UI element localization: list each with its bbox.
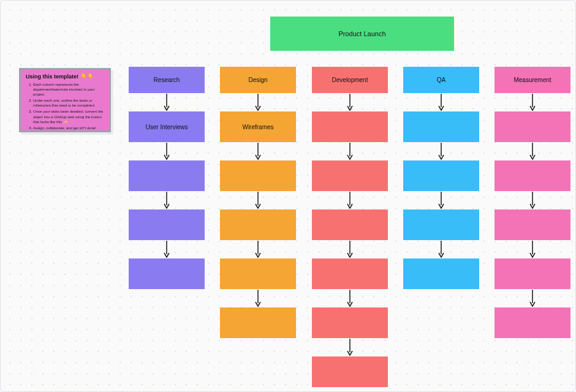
arrow-down-icon [529,240,536,258]
arrow-down-icon [529,93,536,111]
task-card[interactable] [495,258,570,289]
column-measurement: Measurement [495,67,570,338]
task-card[interactable] [403,258,479,289]
arrow-down-icon [346,289,354,307]
column-header-development[interactable]: Development [312,67,388,93]
task-label: Wireframes [242,124,273,130]
header-title: Product Launch [338,30,385,37]
task-card[interactable] [312,258,388,289]
sticky-title: Using this template! 👇👇 [26,74,104,80]
task-card[interactable] [220,307,296,338]
sticky-item: Each column represents the department/te… [33,82,104,97]
task-card[interactable] [495,209,570,240]
column-research: ResearchUser Interviews [129,67,205,289]
task-card[interactable] [312,209,388,240]
arrow-down-icon [254,240,262,258]
task-card[interactable] [129,160,205,191]
task-card[interactable] [403,209,479,240]
arrow-down-icon [346,142,354,160]
arrow-down-icon [438,240,445,258]
task-card[interactable]: User Interviews [129,111,205,142]
task-card[interactable] [312,160,388,191]
arrow-down-icon [529,142,536,160]
arrow-down-icon [346,191,354,209]
task-card[interactable] [312,111,388,142]
task-card[interactable] [403,160,479,191]
arrow-down-icon [254,191,262,209]
arrow-down-icon [438,191,445,209]
column-header-label: Design [248,77,267,83]
task-card[interactable] [495,160,570,191]
arrow-down-icon [438,142,445,160]
arrow-down-icon [163,191,170,209]
column-header-label: Research [154,77,180,83]
sticky-list: Each column represents the department/te… [26,82,104,130]
column-development: Development [312,67,388,387]
column-header-design[interactable]: Design [220,67,296,93]
column-header-label: Measurement [513,77,551,83]
arrow-down-icon [163,142,170,160]
task-card[interactable] [312,307,388,338]
arrow-down-icon [529,289,536,307]
task-card[interactable] [220,258,296,289]
column-header-qa[interactable]: QA [403,67,479,93]
column-qa: QA [403,67,479,289]
task-card[interactable] [129,258,205,289]
sticky-item: Assign, collaborate, and get sh*t done! [33,126,104,130]
arrow-down-icon [438,93,445,111]
arrow-down-icon [529,191,536,209]
arrow-down-icon [254,289,262,307]
arrow-down-icon [163,93,170,111]
column-header-label: Development [332,77,368,83]
column-design: DesignWireframes [220,67,296,338]
task-card[interactable]: Wireframes [220,111,296,142]
sticky-note-instructions[interactable]: Using this template! 👇👇 Each column repr… [19,68,111,132]
task-card[interactable] [312,356,388,387]
arrow-down-icon [346,240,354,258]
task-card[interactable] [220,160,296,191]
arrow-down-icon [254,142,262,160]
arrow-down-icon [346,338,354,356]
task-card[interactable] [495,111,570,142]
column-header-measurement[interactable]: Measurement [495,67,570,93]
sticky-item: Once your tasks been detailed, convert t… [33,109,104,124]
sticky-item: Under each one, outline the tasks or mil… [33,98,104,108]
whiteboard-canvas[interactable]: Product Launch Using this template! 👇👇 E… [1,1,575,391]
header-block-product-launch[interactable]: Product Launch [270,17,454,51]
arrow-down-icon [346,93,354,111]
task-label: User Interviews [146,124,188,130]
column-header-label: QA [437,77,445,83]
column-header-research[interactable]: Research [129,67,205,93]
arrow-down-icon [254,93,262,111]
task-card[interactable] [220,209,296,240]
arrow-down-icon [163,240,170,258]
task-card[interactable] [495,307,570,338]
task-card[interactable] [403,111,479,142]
task-card[interactable] [129,209,205,240]
